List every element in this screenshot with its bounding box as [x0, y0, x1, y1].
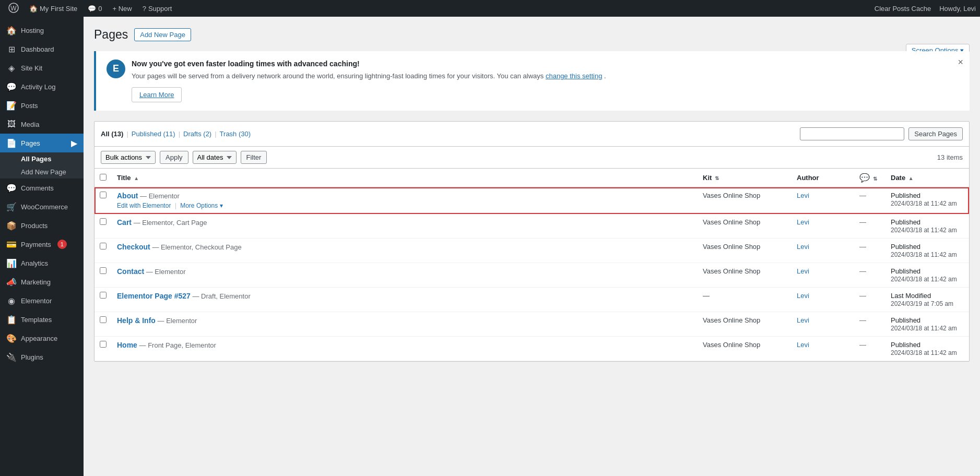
edit-with-elementor-link[interactable]: Edit with Elementor [117, 202, 171, 209]
row-title-link[interactable]: Elementor Page #527 [117, 292, 191, 300]
table-body: About — Elementor Edit with Elementor | … [95, 187, 969, 361]
row-title-cell: Cart — Elementor, Cart Page [112, 214, 698, 239]
new-btn[interactable]: + New [108, 0, 136, 17]
title-sort-icon: ▲ [134, 175, 139, 181]
row-title-link[interactable]: Contact [117, 267, 144, 276]
filter-all[interactable]: All (13) [101, 130, 123, 138]
notice-close-btn[interactable]: × [958, 57, 963, 67]
row-title-link[interactable]: Help & Info [117, 316, 156, 325]
row-title-cell: Elementor Page #527 — Draft, Elementor [112, 288, 698, 312]
sidebar-item-comments[interactable]: 💬 Comments [0, 178, 84, 197]
sidebar-item-payments[interactable]: 💳 Payments 1 [0, 235, 84, 254]
sidebar-item-templates[interactable]: 📋 Templates [0, 310, 84, 329]
payments-badge: 1 [57, 240, 67, 249]
dates-select[interactable]: All dates [193, 151, 237, 164]
filter-btn[interactable]: Filter [241, 151, 267, 164]
sidebar-item-woocommerce[interactable]: 🛒 WooCommerce [0, 197, 84, 216]
sidebar-item-appearance[interactable]: 🎨 Appearance [0, 329, 84, 348]
row-checkbox[interactable] [100, 292, 107, 299]
payments-icon: 💳 [6, 239, 17, 249]
howdy-label[interactable]: Howdy, Levi [939, 5, 976, 13]
row-cb [95, 187, 112, 214]
submenu-all-pages[interactable]: All Pages [0, 152, 84, 165]
row-checkbox[interactable] [100, 218, 107, 225]
comments-count: 0 [98, 5, 102, 13]
wp-logo-btn[interactable]: W [4, 0, 23, 17]
row-checkbox[interactable] [100, 316, 107, 323]
sidebar-item-plugins[interactable]: 🔌 Plugins [0, 348, 84, 366]
home-icon: 🏠 [29, 5, 38, 13]
row-author-link[interactable]: Levi [797, 243, 809, 251]
sidebar-item-products[interactable]: 📦 Products [0, 216, 84, 235]
filter-published[interactable]: Published (11) [132, 130, 175, 138]
clear-cache-btn[interactable]: Clear Posts Cache [875, 5, 931, 13]
row-comments: — [854, 187, 885, 214]
row-author-link[interactable]: Levi [797, 316, 809, 324]
search-pages-input[interactable] [800, 127, 904, 140]
row-checkbox[interactable] [100, 341, 107, 348]
sidebar-item-posts[interactable]: 📝 Posts [0, 96, 84, 115]
products-icon: 📦 [6, 220, 17, 231]
filter-drafts[interactable]: Drafts (2) [183, 130, 211, 138]
row-author-link[interactable]: Levi [797, 218, 809, 226]
notice-title: Now you've got even faster loading times… [132, 59, 606, 68]
sidebar-item-media[interactable]: 🖼 Media [0, 115, 84, 134]
search-pages-btn[interactable]: Search Pages [908, 127, 963, 140]
row-title-link[interactable]: Home [117, 341, 137, 349]
row-title-cell: Home — Front Page, Elementor [112, 337, 698, 361]
elementor-icon: ◉ [6, 295, 17, 306]
notice-banner: E Now you've got even faster loading tim… [94, 51, 970, 111]
col-comments-header[interactable]: 💬 ⇅ [854, 169, 885, 187]
row-kit: Vases Online Shop [698, 337, 792, 361]
row-checkbox[interactable] [100, 243, 107, 249]
row-cb [95, 312, 112, 337]
select-all-checkbox[interactable] [100, 174, 107, 181]
support-btn[interactable]: ? Support [138, 0, 176, 17]
row-author: Levi [792, 187, 854, 214]
filter-trash[interactable]: Trash (30) [220, 130, 251, 138]
support-icon: ? [143, 5, 146, 13]
col-kit-header[interactable]: Kit ⇅ [698, 169, 792, 187]
row-author-link[interactable]: Levi [797, 267, 809, 275]
row-author-link[interactable]: Levi [797, 292, 809, 300]
submenu-add-new-page[interactable]: Add New Page [0, 165, 84, 178]
site-name-btn[interactable]: 🏠 My First Site [25, 0, 81, 17]
row-checkbox[interactable] [100, 267, 107, 274]
sidebar-item-activity-log[interactable]: 💬 Activity Log [0, 77, 84, 96]
main-content: Screen Options ▾ Pages Add New Page E No… [84, 17, 980, 476]
row-actions: Edit with Elementor | More Options ▾ [117, 202, 692, 209]
title-label: Title [117, 174, 131, 182]
col-select-all [95, 169, 112, 187]
col-date-header[interactable]: Date ▲ [885, 169, 969, 187]
apply-btn[interactable]: Apply [160, 151, 188, 164]
sidebar-item-analytics[interactable]: 📊 Analytics [0, 254, 84, 272]
sidebar-item-marketing[interactable]: 📣 Marketing [0, 272, 84, 291]
row-author-link[interactable]: Levi [797, 192, 809, 199]
row-date: Published 2024/03/18 at 11:42 am [885, 263, 969, 288]
row-author: Levi [792, 337, 854, 361]
sidebar-label-elementor: Elementor [21, 297, 52, 305]
sidebar-item-elementor[interactable]: ◉ Elementor [0, 291, 84, 310]
notice-change-link[interactable]: change this setting [546, 72, 602, 80]
row-title-link[interactable]: Checkout [117, 243, 150, 251]
row-title-link[interactable]: Cart [117, 218, 132, 227]
sidebar-item-site-kit[interactable]: ◈ Site Kit [0, 58, 84, 77]
hosting-icon: 🏠 [6, 25, 17, 35]
sidebar-item-dashboard[interactable]: ⊞ Dashboard [0, 40, 84, 58]
row-author: Levi [792, 239, 854, 263]
row-author: Levi [792, 263, 854, 288]
add-new-page-btn[interactable]: Add New Page [134, 28, 191, 41]
col-title-header[interactable]: Title ▲ [112, 169, 698, 187]
row-author-link[interactable]: Levi [797, 341, 809, 349]
row-cb [95, 239, 112, 263]
more-options-btn[interactable]: More Options ▾ [180, 202, 222, 209]
row-checkbox[interactable] [100, 192, 107, 198]
learn-more-btn[interactable]: Learn More [132, 87, 182, 102]
row-kit: Vases Online Shop [698, 263, 792, 288]
sidebar-item-hosting[interactable]: 🏠 Hosting [0, 21, 84, 40]
sidebar-item-pages[interactable]: 📄 Pages ▶ [0, 134, 84, 152]
bulk-actions-select[interactable]: Bulk actions [101, 151, 156, 164]
row-title-link[interactable]: About [117, 192, 138, 200]
comments-btn[interactable]: 💬 0 [84, 0, 106, 17]
sidebar: 🏠 Hosting ⊞ Dashboard ◈ Site Kit 💬 Activ… [0, 17, 84, 476]
